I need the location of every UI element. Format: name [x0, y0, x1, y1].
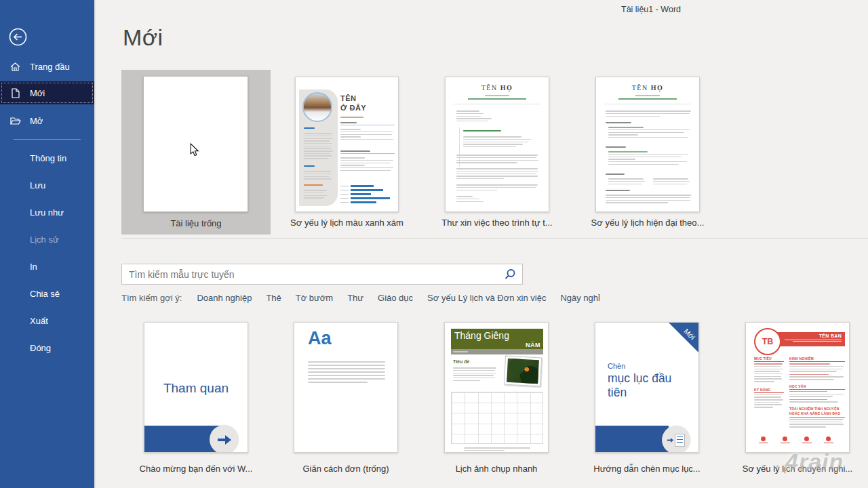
placeholder-line — [606, 197, 690, 199]
placeholder-line — [456, 174, 536, 175]
template-coverletter-thumbnail[interactable]: TÊN HỌ — [445, 77, 549, 212]
sidebar-item-label: Lưu như — [30, 207, 64, 218]
template-resume-red-thumbnail[interactable]: TÊN BẠN TB MỤC TIÊU KỸ NĂNG KINH NGHIỆM … — [745, 322, 850, 453]
placeholder-line — [754, 404, 782, 405]
suggest-link-business[interactable]: Doanh nghiệp — [197, 293, 252, 303]
search-input[interactable] — [122, 269, 498, 280]
calendar-header: Tháng Giêng NĂM — [451, 329, 543, 349]
placeholder-line — [340, 160, 393, 161]
placeholder-line — [453, 380, 480, 382]
sidebar-item-save[interactable]: Lưu — [0, 176, 94, 195]
placeholder-line — [304, 136, 331, 137]
text-lines — [789, 363, 845, 372]
sidebar-item-export[interactable]: Xuất — [0, 311, 94, 330]
suggest-link-letters[interactable]: Thư — [347, 293, 363, 303]
bar-label — [340, 190, 349, 191]
placeholder-line — [608, 178, 644, 180]
placeholder-line — [304, 153, 330, 155]
suggested-searches-label: Tìm kiếm gợi ý: — [121, 293, 182, 303]
aa-label: Aa — [308, 328, 332, 349]
template-resume-modern-thumbnail[interactable]: TÊN HỌ — [595, 77, 700, 212]
divider — [618, 98, 677, 100]
sidebar-item-info[interactable]: Thông tin — [0, 148, 94, 167]
placeholder-line — [608, 134, 638, 136]
text-lines — [463, 135, 534, 149]
sidebar-item-close[interactable]: Đóng — [0, 338, 94, 357]
placeholder-line — [456, 190, 497, 191]
placeholder-line — [340, 139, 393, 140]
template-singlespaced-thumbnail[interactable]: Aa — [294, 322, 398, 453]
resume-name-last: HỌ — [651, 84, 664, 92]
placeholder-line — [789, 419, 844, 420]
placeholder-line — [304, 165, 315, 167]
placeholder-line — [456, 187, 536, 188]
template-toc-thumbnail[interactable]: Mới Chèn mục lục đầu tiên — [595, 322, 699, 453]
calendar-year: NĂM — [526, 342, 540, 348]
placeholder-line — [456, 118, 492, 119]
text-lines — [304, 183, 334, 187]
template-caption: Sơ yếu lý lịch màu xanh xám — [285, 218, 409, 228]
placeholder-line — [456, 176, 538, 177]
doc-line — [677, 436, 683, 438]
text-lines — [456, 195, 490, 203]
search-icon — [504, 268, 516, 281]
suggest-link-cards[interactable]: Thẻ — [266, 293, 281, 303]
suggest-link-holiday[interactable]: Ngày nghỉ — [560, 293, 600, 303]
skill-bar-row — [340, 193, 395, 196]
sidebar-item-label: Đóng — [30, 343, 51, 353]
placeholder-line — [340, 150, 370, 152]
resume-name: TÊN HỌ — [596, 84, 699, 92]
text-lines — [608, 177, 646, 186]
template-caption: Hướng dẫn chèn mục lục... — [581, 464, 713, 474]
sidebar-item-print[interactable]: In — [0, 257, 94, 276]
placeholder-line — [304, 197, 324, 199]
sidebar-item-share[interactable]: Chia sẻ — [0, 284, 94, 303]
skill-bar-row — [340, 201, 395, 204]
sidebar-item-label: Mới — [30, 88, 45, 98]
search-button[interactable] — [498, 264, 522, 284]
text-lines — [606, 193, 691, 205]
suggest-link-education[interactable]: Giáo dục — [378, 293, 413, 303]
resume-photo — [302, 92, 332, 122]
suggest-link-resumes[interactable]: Sơ yếu Lý lịch và Đơn xin việc — [427, 293, 546, 303]
text-lines — [340, 127, 395, 142]
sidebar-item-open[interactable]: Mở — [0, 111, 94, 130]
back-button[interactable] — [9, 28, 27, 46]
placeholder-line — [304, 127, 315, 129]
text-lines — [606, 109, 691, 118]
placeholder-line — [340, 157, 365, 159]
template-resume-bluegray-thumbnail[interactable]: TÊN Ở ĐÂY — [295, 77, 399, 212]
placeholder-line — [340, 167, 393, 169]
placeholder-line — [304, 190, 327, 191]
resume-name: TÊN Ở ĐÂY — [340, 94, 366, 113]
placeholder-line — [456, 110, 479, 112]
placeholder-line — [308, 361, 385, 363]
placeholder-line — [456, 160, 538, 161]
placeholder-line — [789, 391, 827, 392]
placeholder-line — [754, 402, 780, 403]
text-lines — [453, 366, 496, 382]
placeholder-line — [606, 195, 691, 196]
placeholder-line — [789, 422, 842, 423]
doc-line — [677, 442, 683, 443]
placeholder-line — [785, 340, 842, 340]
placeholder-line — [340, 129, 361, 130]
template-calendar-thumbnail[interactable]: Tháng Giêng NĂM Tiêu đề — [444, 322, 549, 453]
sidebar-item-home[interactable]: Trang đầu — [0, 57, 94, 76]
arrow-right-icon — [667, 437, 673, 443]
template-welcome-thumbnail[interactable]: Tham quan — [144, 322, 248, 453]
sidebar-item-label: Trang đầu — [30, 62, 70, 72]
template-caption: Giãn cách đơn (trống) — [280, 464, 412, 474]
divider — [635, 95, 660, 96]
placeholder-line — [304, 158, 328, 159]
divider — [604, 104, 691, 104]
placeholder-line — [304, 140, 330, 142]
sidebar-item-new[interactable]: Mới — [0, 81, 94, 104]
suggest-link-flyers[interactable]: Tờ bướm — [296, 293, 333, 303]
placeholder-line — [456, 121, 488, 122]
placeholder-line — [453, 373, 496, 374]
text-lines — [608, 125, 691, 129]
sidebar-item-save-as[interactable]: Lưu như — [0, 203, 94, 222]
placeholder-line — [653, 181, 690, 182]
placeholder-line — [456, 196, 473, 197]
